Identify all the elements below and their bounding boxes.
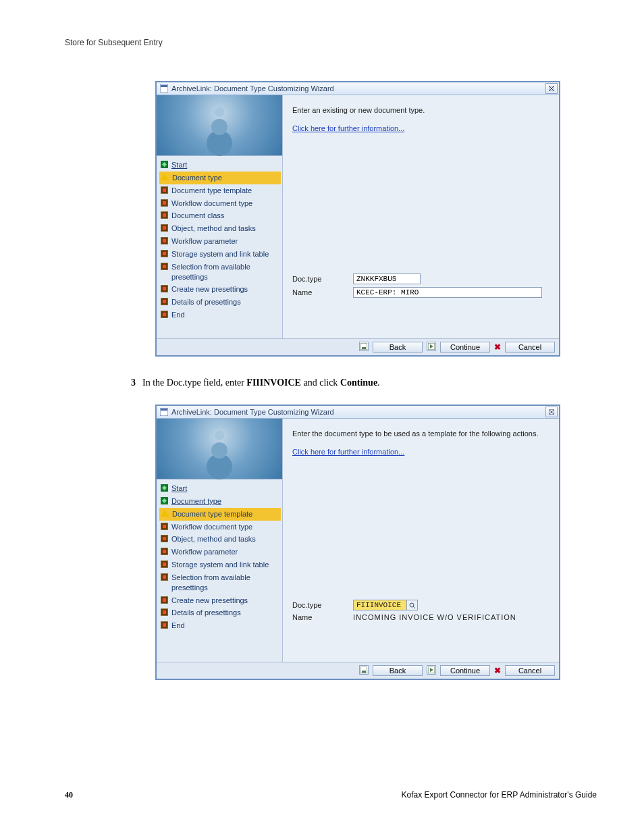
further-info-link[interactable]: Click here for further information... [292,448,549,456]
square-todo-icon [161,548,168,555]
wizard-step-label: Create new presettings [171,284,248,294]
square-todo-icon [161,523,168,530]
wizard-step-item[interactable]: Workflow parameter [159,546,281,558]
wizard-step-label: Document class [171,211,224,221]
square-todo-icon [161,535,168,542]
wizard-window-2: ArchiveLink: Document Type Customizing W… [155,405,560,680]
wizard-step-item[interactable]: End [159,619,281,632]
wizard-step-item[interactable]: Start [159,159,281,172]
wizard-step-label: Workflow parameter [171,236,238,246]
wizard-step-item[interactable]: Workflow document type [159,521,281,533]
square-todo-icon [161,263,168,270]
cancel-button[interactable]: Cancel [505,342,555,353]
step-instruction: 3 In the Doc.type field, enter FIIINVOIC… [131,375,597,390]
svg-rect-1 [161,85,167,87]
wizard-sidebar: StartDocument typeDocument type template… [157,419,283,662]
back-button[interactable]: Back [373,342,423,353]
wizard-step-item[interactable]: Details of presettings [159,606,281,619]
continue-button[interactable]: Continue [440,665,490,676]
wizard-step-label: Storage system and link table [171,249,269,259]
doctype-label: Doc.type [292,275,353,283]
wizard-step-item[interactable]: Workflow parameter [159,235,281,248]
doctype-input[interactable] [353,273,421,284]
close-button[interactable] [545,83,558,94]
wizard-step-item[interactable]: Storage system and link table [159,248,281,261]
wizard-step-label: Document type [172,173,222,183]
wizard-step-item[interactable]: Storage system and link table [159,558,281,571]
save-icon-button[interactable] [359,665,369,675]
wizard-step-item[interactable]: Create new presettings [159,283,281,296]
back-button[interactable]: Back [373,665,423,676]
continue-icon-button[interactable] [427,342,436,351]
wizard-banner-image [157,95,282,156]
square-todo-icon [161,211,168,219]
square-todo-icon [161,250,168,257]
name-label: Name [292,288,353,296]
wizard-sidebar: StartDocument typeDocument type template… [157,95,283,338]
diamond-done-icon [161,484,168,492]
name-readonly: INCOMING INVOICE W/O VERIFICATION [353,613,549,621]
continue-button[interactable]: Continue [440,342,490,353]
wizard-content: Enter an existing or new document type. … [283,95,559,338]
wizard-step-item[interactable]: Object, method and tasks [159,533,281,546]
svg-rect-6 [362,347,366,349]
wizard-step-label: End [171,621,185,631]
wizard-step-label: Start [171,160,187,170]
square-todo-icon [161,621,168,629]
square-todo-icon [161,298,168,305]
close-icon [549,409,554,416]
wizard-step-label: Document type [171,496,221,506]
diamond-done-icon [161,497,168,504]
wizard-step-item[interactable]: Document type template [159,508,281,521]
step-number: 3 [131,375,136,390]
save-icon-button[interactable] [359,342,369,351]
wizard-step-label: Selection from available presettings [171,262,279,282]
wizard-step-item[interactable]: Document type template [159,184,281,197]
wizard-step-label: Workflow document type [171,522,252,532]
wizard-step-label: Document type template [171,186,252,196]
wizard-content: Enter the document type to be used as a … [283,419,559,662]
wizard-step-label: End [171,310,185,320]
wizard-step-item[interactable]: Selection from available presettings [159,571,281,594]
wizard-step-item[interactable]: Object, method and tasks [159,222,281,235]
wizard-step-label: Details of presettings [171,297,241,307]
guide-title: Kofax Export Connector for ERP Administr… [401,790,597,800]
wizard-step-item[interactable]: Start [159,482,281,495]
instruction-text: Enter an existing or new document type. [292,105,549,116]
wizard-step-item[interactable]: Document class [159,209,281,222]
window-title: ArchiveLink: Document Type Customizing W… [171,84,334,93]
search-help-button[interactable] [407,600,418,610]
wizard-step-item[interactable]: End [159,309,281,321]
wizard-step-label: Workflow parameter [171,547,238,557]
wizard-step-label: Create new presettings [171,596,248,606]
name-input[interactable] [353,287,542,298]
name-label: Name [292,613,353,621]
page-header: Store for Subsequent Entry [65,38,597,47]
wizard-step-item[interactable]: Details of presettings [159,296,281,309]
wizard-step-label: Document type template [172,509,252,519]
wizard-step-item[interactable]: Document type [159,172,281,184]
close-icon [549,85,554,93]
doctype-label: Doc.type [292,601,353,609]
close-button[interactable] [545,407,558,417]
wizard-step-item[interactable]: Workflow document type [159,197,281,210]
continue-icon-button[interactable] [427,665,436,675]
square-todo-icon [161,596,168,604]
doctype-input[interactable]: FIIINVOICE [353,600,407,610]
square-todo-icon [161,186,168,194]
square-todo-icon [161,199,168,207]
wizard-footer: Back Continue ✖ Cancel [157,338,559,355]
wizard-step-item[interactable]: Create new presettings [159,594,281,607]
square-todo-icon [161,608,168,616]
square-todo-icon [161,311,168,318]
square-todo-icon [161,224,168,232]
triangle-current-icon [161,510,169,517]
wizard-step-label: Details of presettings [171,608,241,618]
square-todo-icon [161,285,168,292]
further-info-link[interactable]: Click here for further information... [292,124,549,132]
cancel-button[interactable]: Cancel [505,665,555,676]
wizard-step-item[interactable]: Document type [159,495,281,508]
wizard-step-item[interactable]: Selection from available presettings [159,261,281,284]
svg-line-15 [413,606,415,608]
cancel-icon: ✖ [494,666,501,675]
